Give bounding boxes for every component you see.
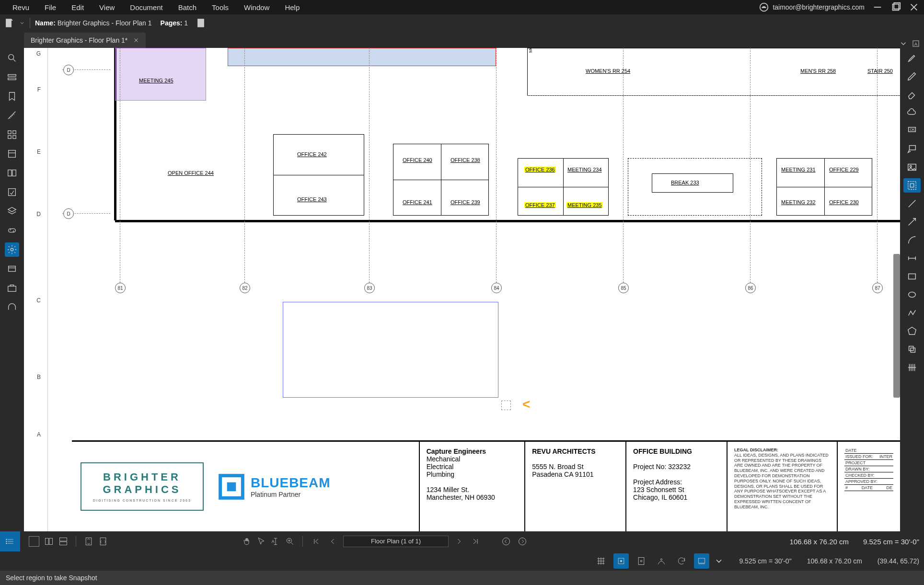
svg-marker-27 [8, 207, 16, 212]
menu-document[interactable]: Document [122, 3, 170, 11]
image-tool[interactable] [903, 160, 921, 174]
svg-rect-26 [9, 189, 16, 196]
room-label: MEETING 231 [781, 167, 816, 172]
markups-list-button[interactable] [0, 531, 20, 551]
zoom-icon[interactable] [285, 537, 295, 546]
thumbnails-tool[interactable] [5, 70, 19, 84]
svg-point-81 [519, 538, 526, 545]
split-horizontal-icon[interactable] [58, 537, 68, 546]
arc-tool[interactable] [903, 233, 921, 247]
ruler-label: B [37, 374, 41, 380]
eraser-tool[interactable] [903, 87, 921, 102]
dimension-tool[interactable] [903, 251, 921, 265]
sync-toggle[interactable] [674, 553, 689, 569]
menu-tools[interactable]: Tools [204, 3, 236, 11]
search-tool[interactable] [5, 51, 19, 65]
menu-edit[interactable]: Edit [64, 3, 92, 11]
studio-tool[interactable] [5, 300, 19, 314]
compare-tool[interactable] [5, 166, 19, 180]
highlight-tool[interactable] [903, 51, 921, 65]
line-tool[interactable] [903, 196, 921, 211]
callout-tool[interactable] [903, 142, 921, 156]
chevron-down-icon[interactable] [19, 20, 25, 26]
text-select-icon[interactable]: A [271, 537, 280, 546]
polyline-tool[interactable] [903, 306, 921, 320]
snap-toggle[interactable] [613, 553, 629, 569]
group-tool[interactable] [903, 342, 921, 356]
menu-window[interactable]: Window [236, 3, 277, 11]
vertical-scrollbar[interactable] [893, 254, 900, 398]
forward-view-button[interactable] [517, 536, 528, 547]
svg-rect-65 [49, 538, 53, 544]
room-label: MEETING 234 [567, 167, 602, 172]
new-page-icon[interactable] [196, 18, 206, 28]
pages-value: 1 [184, 19, 188, 27]
count-tool[interactable] [903, 360, 921, 375]
last-page-button[interactable] [470, 536, 481, 547]
properties-tool[interactable] [5, 242, 19, 257]
name-value: Brighter Graphics - Floor Plan 1 [58, 19, 152, 27]
stamp-tool[interactable]: OK [903, 124, 921, 138]
links-tool[interactable] [5, 223, 19, 238]
next-page-button[interactable] [453, 536, 465, 547]
svg-point-14 [9, 55, 14, 60]
minimize-icon[interactable] [872, 2, 883, 12]
svg-rect-64 [46, 538, 49, 544]
svg-rect-22 [9, 150, 16, 158]
fit-page-icon[interactable] [84, 537, 93, 546]
page-indicator[interactable]: Floor Plan (1 of 1) [343, 536, 449, 547]
menu-help[interactable]: Help [277, 3, 307, 11]
file-dropdown-icon[interactable] [4, 18, 14, 28]
grid-bubble: 84 [491, 283, 502, 293]
maximize-icon[interactable] [890, 2, 901, 12]
menu-view[interactable]: View [92, 3, 122, 11]
grid-toggle[interactable] [593, 553, 609, 569]
tab-title: Brighter Graphics - Floor Plan 1* [31, 36, 127, 44]
ellipse-tool[interactable] [903, 287, 921, 302]
status-scale: 9.525 cm = 30'-0" [739, 557, 791, 565]
content-snap[interactable] [634, 553, 649, 569]
tab-overflow-icon[interactable] [899, 39, 908, 48]
svg-line-15 [13, 59, 16, 62]
split-vertical-icon[interactable] [44, 537, 54, 546]
form-tool[interactable] [5, 147, 19, 161]
rectangle-tool[interactable] [903, 269, 921, 284]
close-tab-icon[interactable] [133, 37, 139, 43]
reuse-markup[interactable] [654, 553, 669, 569]
measure-tool[interactable] [5, 108, 19, 123]
pan-icon[interactable] [242, 537, 252, 546]
user-account[interactable]: taimoor@brightergraphics.com [759, 2, 865, 12]
tab-document[interactable]: Brighter Graphics - Floor Plan 1* [24, 33, 146, 48]
document-canvas[interactable]: G F E D C B A WOMEN'S RR 254 MEN'S RR 25… [24, 48, 900, 531]
select-icon[interactable] [256, 537, 266, 546]
snapshot-tool[interactable] [903, 178, 921, 193]
prev-page-button[interactable] [327, 536, 338, 547]
snapshot-handle[interactable] [501, 401, 511, 410]
menu-file[interactable]: File [37, 3, 64, 11]
toolchest-tool[interactable] [5, 281, 19, 295]
close-icon[interactable] [909, 2, 919, 12]
svg-rect-21 [13, 136, 16, 138]
fit-width-icon[interactable] [98, 537, 108, 546]
snapshot-selection[interactable] [283, 302, 498, 398]
cloud-tool[interactable] [903, 105, 921, 120]
pen-tool[interactable] [903, 69, 921, 83]
polygon-tool[interactable] [903, 324, 921, 338]
first-page-button[interactable] [311, 536, 322, 547]
signatures-tool[interactable] [5, 185, 19, 199]
arrow-tool[interactable] [903, 215, 921, 229]
bookmarks-tool[interactable] [5, 89, 19, 103]
text-style-icon[interactable]: A [912, 39, 920, 48]
chevron-down-icon[interactable] [714, 556, 724, 566]
menu-revu[interactable]: Revu [5, 3, 37, 11]
sets-tool[interactable] [5, 262, 19, 276]
grid-tool[interactable] [5, 127, 19, 142]
menu-batch[interactable]: Batch [171, 3, 204, 11]
single-page-view[interactable] [29, 536, 39, 547]
bottom-nav-bar: A Floor Plan (1 of 1) 106.68 x 76.20 cm … [0, 531, 924, 551]
layers-tool[interactable] [5, 204, 19, 218]
brighter-graphics-logo: BRIGHTER GRAPHICS DIGITISING CONSTRUCTIO… [81, 462, 204, 511]
back-view-button[interactable] [500, 536, 512, 547]
page-scale: 9.525 cm = 30'-0" [863, 538, 919, 546]
presentation-toggle[interactable] [694, 553, 709, 569]
